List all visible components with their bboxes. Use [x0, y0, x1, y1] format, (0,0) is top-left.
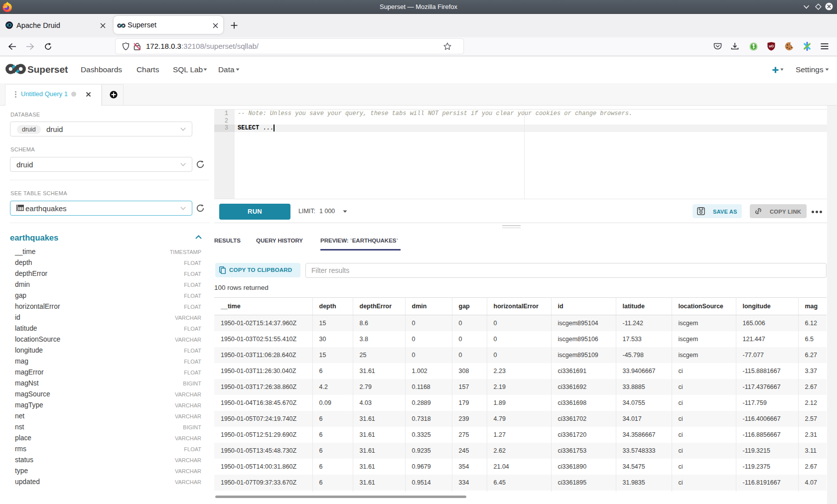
svg-text:uO: uO	[769, 44, 774, 48]
